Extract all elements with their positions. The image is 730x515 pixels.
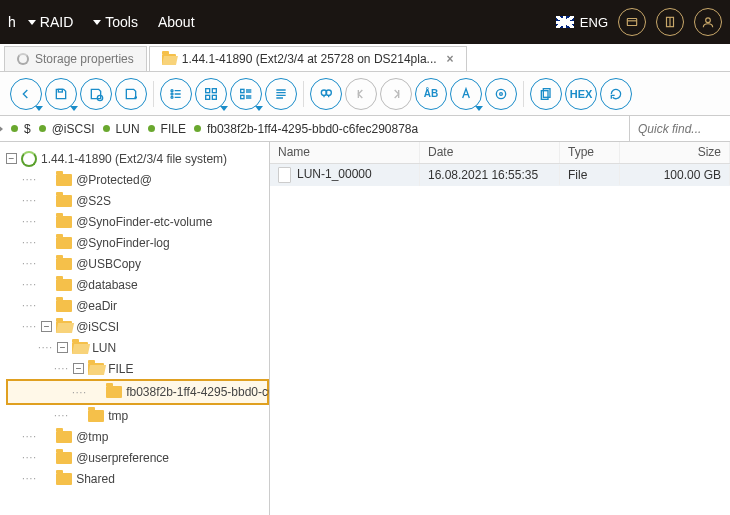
tree-node-label: FILE xyxy=(108,362,133,376)
tree-node[interactable]: ····@userpreference xyxy=(6,447,269,468)
svg-rect-19 xyxy=(541,90,548,99)
svg-point-7 xyxy=(171,96,173,98)
svg-point-2 xyxy=(706,18,711,23)
col-header-type[interactable]: Type xyxy=(560,142,620,163)
tree-node[interactable]: ····@SynoFinder-etc-volume xyxy=(6,211,269,232)
save-warn-button[interactable] xyxy=(80,78,112,110)
header-user-button[interactable] xyxy=(694,8,722,36)
target-button[interactable] xyxy=(485,78,517,110)
tree-node[interactable]: ····@tmp xyxy=(6,426,269,447)
collapse-icon[interactable]: − xyxy=(41,321,52,332)
tree-guide-icon: ···· xyxy=(72,387,87,398)
tree-node-label: @userpreference xyxy=(76,451,169,465)
tree-node[interactable]: ····−@iSCSI xyxy=(6,316,269,337)
close-icon[interactable]: × xyxy=(447,52,454,66)
folder-icon xyxy=(56,473,72,485)
folder-icon xyxy=(56,174,72,186)
svg-point-17 xyxy=(500,92,503,95)
svg-rect-3 xyxy=(58,89,62,92)
find-replace-button[interactable]: ÅB xyxy=(415,78,447,110)
view-grid-button[interactable] xyxy=(195,78,227,110)
caret-down-icon xyxy=(28,20,36,25)
tree-node[interactable]: ····tmp xyxy=(6,405,269,426)
tree-guide-icon: ···· xyxy=(22,321,37,332)
svg-rect-0 xyxy=(627,19,636,26)
header-button-2[interactable] xyxy=(656,8,684,36)
refresh-button[interactable] xyxy=(600,78,632,110)
hex-button[interactable]: HEX xyxy=(565,78,597,110)
step-fwd-button xyxy=(380,78,412,110)
col-header-date[interactable]: Date xyxy=(420,142,560,163)
tree-node[interactable]: ····Shared xyxy=(6,468,269,489)
tree-node-label: @SynoFinder-etc-volume xyxy=(76,215,212,229)
tree-node[interactable]: ····fb038f2b-1ff4-4295-bbd0-c6fec xyxy=(6,379,269,405)
find-button[interactable] xyxy=(310,78,342,110)
tab-volume[interactable]: 1.44.1-41890 (Ext2/3/4 at 25728 on DS214… xyxy=(149,46,467,71)
caret-down-icon xyxy=(93,20,101,25)
tree-node-label: @Protected@ xyxy=(76,173,152,187)
tree-guide-icon: ···· xyxy=(22,452,37,463)
view-details-button[interactable] xyxy=(230,78,262,110)
tree-node-label: @S2S xyxy=(76,194,111,208)
back-button[interactable] xyxy=(10,78,42,110)
file-row[interactable]: LUN-1_0000016.08.2021 16:55:35File100.00… xyxy=(270,164,730,186)
tree-guide-icon: ···· xyxy=(54,410,69,421)
menu-tools[interactable]: Tools xyxy=(85,10,146,34)
flag-uk-icon xyxy=(556,16,574,28)
language-selector[interactable]: ENG xyxy=(556,15,608,30)
collapse-icon[interactable]: − xyxy=(73,363,84,374)
tree-node[interactable]: ····@database xyxy=(6,274,269,295)
tree-node[interactable]: ····@Protected@ xyxy=(6,169,269,190)
path-bar[interactable]: $ @iSCSI LUN FILE fb038f2b-1ff4-4295-bbd… xyxy=(0,116,630,141)
folder-icon xyxy=(106,386,122,398)
file-type: File xyxy=(560,165,620,185)
svg-rect-10 xyxy=(206,95,210,99)
file-list: Name Date Type Size LUN-1_0000016.08.202… xyxy=(270,142,730,515)
tree-node[interactable]: ····−LUN xyxy=(6,337,269,358)
folder-icon xyxy=(56,431,72,443)
view-text-button[interactable] xyxy=(265,78,297,110)
svg-rect-18 xyxy=(543,88,550,97)
tree-guide-icon: ···· xyxy=(22,216,37,227)
tree-root[interactable]: − 1.44.1-41890 (Ext2/3/4 file system) xyxy=(6,148,269,169)
collapse-icon[interactable]: − xyxy=(57,342,68,353)
folder-icon xyxy=(162,54,176,65)
tree-node-label: @tmp xyxy=(76,430,108,444)
tree-node-label: @database xyxy=(76,278,138,292)
tree-node[interactable]: ····−FILE xyxy=(6,358,269,379)
collapse-icon[interactable]: − xyxy=(6,153,17,164)
quick-find-input[interactable] xyxy=(630,116,730,141)
folder-icon xyxy=(72,342,88,354)
header-button-1[interactable] xyxy=(618,8,646,36)
menu-about[interactable]: About xyxy=(150,10,203,34)
save-add-button[interactable] xyxy=(115,78,147,110)
tree-guide-icon: ···· xyxy=(22,279,37,290)
save-button[interactable] xyxy=(45,78,77,110)
copy-button[interactable] xyxy=(530,78,562,110)
folder-icon xyxy=(88,410,104,422)
tree-guide-icon: ···· xyxy=(38,342,53,353)
tree-node[interactable]: ····@USBCopy xyxy=(6,253,269,274)
col-header-name[interactable]: Name xyxy=(270,142,420,163)
mark-button[interactable] xyxy=(450,78,482,110)
tree-guide-icon: ···· xyxy=(54,363,69,374)
tree-guide-icon: ···· xyxy=(22,431,37,442)
folder-icon xyxy=(56,321,72,333)
tree-node[interactable]: ····@S2S xyxy=(6,190,269,211)
tree-guide-icon: ···· xyxy=(22,300,37,311)
folder-icon xyxy=(56,258,72,270)
tree-node[interactable]: ····@SynoFinder-log xyxy=(6,232,269,253)
view-list-button[interactable] xyxy=(160,78,192,110)
tree-node-label: fb038f2b-1ff4-4295-bbd0-c6fec xyxy=(126,385,270,399)
tree-guide-icon: ···· xyxy=(22,258,37,269)
tab-storage-properties[interactable]: Storage properties xyxy=(4,46,147,71)
tree-node[interactable]: ····@eaDir xyxy=(6,295,269,316)
tree-node-label: @iSCSI xyxy=(76,320,119,334)
file-name: LUN-1_00000 xyxy=(297,167,372,181)
menu-raid[interactable]: RAID xyxy=(20,10,81,34)
path-dot-icon xyxy=(39,125,46,132)
col-header-size[interactable]: Size xyxy=(620,142,730,163)
menubar: h RAID Tools About ENG xyxy=(0,0,730,44)
folder-icon xyxy=(56,452,72,464)
folder-icon xyxy=(56,279,72,291)
